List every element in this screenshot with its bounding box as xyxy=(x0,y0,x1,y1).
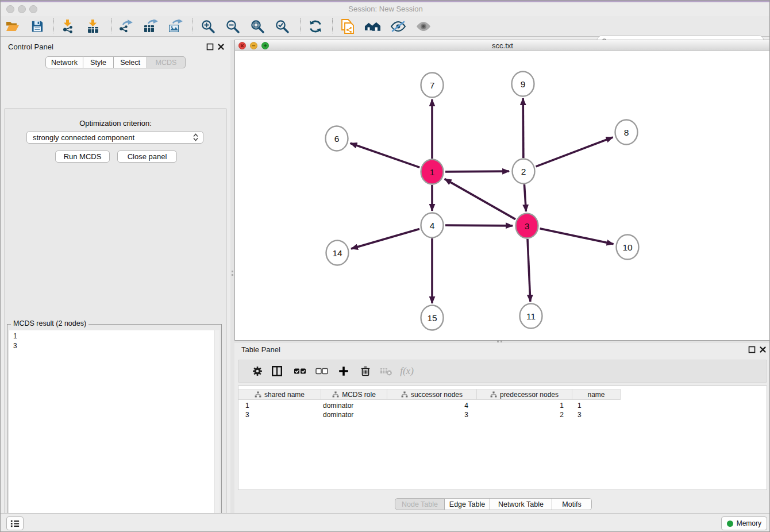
float-table-panel-icon[interactable] xyxy=(748,346,756,353)
graph-node-label: 8 xyxy=(624,128,629,137)
hide-panel-icon[interactable] xyxy=(390,18,406,35)
graph-node-label: 9 xyxy=(521,79,526,89)
table-toolbar: f(x) xyxy=(238,360,767,383)
column-header-shared-name[interactable]: shared name xyxy=(238,389,321,400)
graph-edge-2-9[interactable] xyxy=(523,98,523,158)
graph-node-7[interactable]: 7 xyxy=(421,73,444,98)
network-graph[interactable]: 1234678910111415 xyxy=(235,51,770,340)
tab-network[interactable]: Network xyxy=(45,56,83,68)
open-file-icon[interactable] xyxy=(5,18,20,35)
tab-edge-table[interactable]: Edge Table xyxy=(445,498,490,510)
graph-node-8[interactable]: 8 xyxy=(615,120,638,145)
toolbar-group-1 xyxy=(5,18,44,35)
show-column-icon[interactable] xyxy=(268,360,286,382)
memory-label: Memory xyxy=(737,519,761,527)
graph-node-11[interactable]: 11 xyxy=(520,304,542,329)
column-header-label: name xyxy=(587,391,605,399)
graph-edge-2-8[interactable] xyxy=(536,137,613,167)
network-canvas[interactable]: 1234678910111415 xyxy=(235,51,770,340)
toolbar-separator xyxy=(53,18,54,33)
mcds-result-textarea[interactable]: 1 3 xyxy=(9,330,220,532)
graph-node-1[interactable]: 1 xyxy=(421,160,444,184)
table-row[interactable]: 3dominator323 xyxy=(238,410,621,420)
graph-node-label: 7 xyxy=(430,80,435,90)
graph-node-9[interactable]: 9 xyxy=(512,72,534,97)
table-row[interactable]: 1dominator411 xyxy=(238,400,621,410)
graph-edge-3-11[interactable] xyxy=(528,239,530,302)
column-header-name[interactable]: name xyxy=(572,389,621,400)
zoom-fit-icon[interactable] xyxy=(249,18,265,35)
graph-edge-1-2[interactable] xyxy=(445,171,509,172)
add-row-icon[interactable] xyxy=(335,360,352,382)
titlebar[interactable]: Session: New Session xyxy=(1,2,770,16)
node-table[interactable]: shared nameMCDS rolesuccessor nodesprede… xyxy=(238,385,767,490)
graph-node-6[interactable]: 6 xyxy=(326,126,348,151)
settings-gear-icon[interactable] xyxy=(249,360,266,382)
vertical-splitter[interactable] xyxy=(230,40,234,513)
graph-node-10[interactable]: 10 xyxy=(617,235,639,260)
close-panel-button[interactable]: Close panel xyxy=(117,151,177,163)
optimization-criterion-label: Optimization criterion: xyxy=(5,119,226,128)
table-cell: 1 xyxy=(477,400,572,410)
network-window-titlebar[interactable]: scc.txt xyxy=(235,40,770,51)
export-table-icon[interactable] xyxy=(143,18,158,35)
window-title: Session: New Session xyxy=(1,5,770,13)
graph-node-15[interactable]: 15 xyxy=(421,306,444,330)
delete-row-icon[interactable] xyxy=(357,360,374,382)
deselect-all-icon[interactable] xyxy=(313,360,330,382)
table-cell: dominator xyxy=(321,400,387,410)
tab-select[interactable]: Select xyxy=(114,56,147,68)
tab-network-table[interactable]: Network Table xyxy=(490,498,552,510)
import-network-icon[interactable] xyxy=(60,18,75,35)
save-session-icon[interactable] xyxy=(30,18,44,35)
toolbar-group-5 xyxy=(307,18,324,35)
graph-edge-2-3[interactable] xyxy=(524,184,526,211)
criterion-dropdown[interactable]: strongly connected component xyxy=(26,131,203,144)
zoom-selected-icon[interactable] xyxy=(274,18,290,35)
zoom-in-icon[interactable] xyxy=(200,18,215,35)
task-history-button[interactable] xyxy=(6,516,24,530)
graph-edge-1-6[interactable] xyxy=(351,143,420,167)
zoom-out-icon[interactable] xyxy=(225,18,240,35)
run-mcds-button[interactable]: Run MCDS xyxy=(55,151,110,163)
graph-node-4[interactable]: 4 xyxy=(421,213,444,238)
column-header-predecessor-nodes[interactable]: predecessor nodes xyxy=(477,389,572,400)
graph-edge-4-14[interactable] xyxy=(351,229,419,249)
home-icon[interactable] xyxy=(364,18,381,35)
close-panel-icon[interactable] xyxy=(217,43,225,51)
export-image-icon[interactable] xyxy=(167,18,183,35)
graph-node-14[interactable]: 14 xyxy=(326,241,349,265)
column-header-MCDS-role[interactable]: MCDS role xyxy=(321,389,387,400)
memory-button[interactable]: Memory xyxy=(721,516,767,530)
select-all-icon[interactable] xyxy=(291,360,309,382)
graph-edge-3-1[interactable] xyxy=(445,179,515,219)
result-scrollbar[interactable] xyxy=(214,330,220,532)
graph-node-2[interactable]: 2 xyxy=(513,159,535,184)
close-table-panel-icon[interactable] xyxy=(759,346,767,353)
table-panel: Table Panel f(x) shared nameMCDS rolesuc… xyxy=(234,343,770,513)
tab-mcds[interactable]: MCDS xyxy=(147,56,186,68)
refresh-layout-icon[interactable] xyxy=(307,18,324,35)
export-network-icon[interactable] xyxy=(118,18,133,35)
graph-node-label: 2 xyxy=(521,167,526,176)
network-view-window[interactable]: scc.txt 1234678910111415 xyxy=(234,40,770,341)
tab-node-table[interactable]: Node Table xyxy=(395,498,445,510)
graph-edge-4-3[interactable] xyxy=(445,225,513,226)
criterion-dropdown-value: strongly connected component xyxy=(33,133,193,142)
import-table-icon[interactable] xyxy=(86,18,101,35)
column-header-successor-nodes[interactable]: successor nodes xyxy=(387,389,477,400)
tab-style[interactable]: Style xyxy=(83,56,114,68)
toolbar-group-6 xyxy=(339,18,432,35)
duplicate-network-icon[interactable] xyxy=(339,18,356,35)
table-cell: 3 xyxy=(238,410,321,420)
show-panel-icon[interactable] xyxy=(415,18,432,35)
mcds-result-lines: 1 3 xyxy=(13,331,17,351)
float-panel-icon[interactable] xyxy=(206,43,214,51)
graph-edge-3-10[interactable] xyxy=(540,229,614,244)
column-tree-icon xyxy=(401,391,408,398)
tab-motifs[interactable]: Motifs xyxy=(552,498,592,510)
graph-node-3[interactable]: 3 xyxy=(516,214,538,238)
function-builder-icon: f(x) xyxy=(398,360,415,382)
mcds-result-title: MCDS result (2 nodes) xyxy=(11,319,88,327)
network-window-title: scc.txt xyxy=(235,41,770,50)
